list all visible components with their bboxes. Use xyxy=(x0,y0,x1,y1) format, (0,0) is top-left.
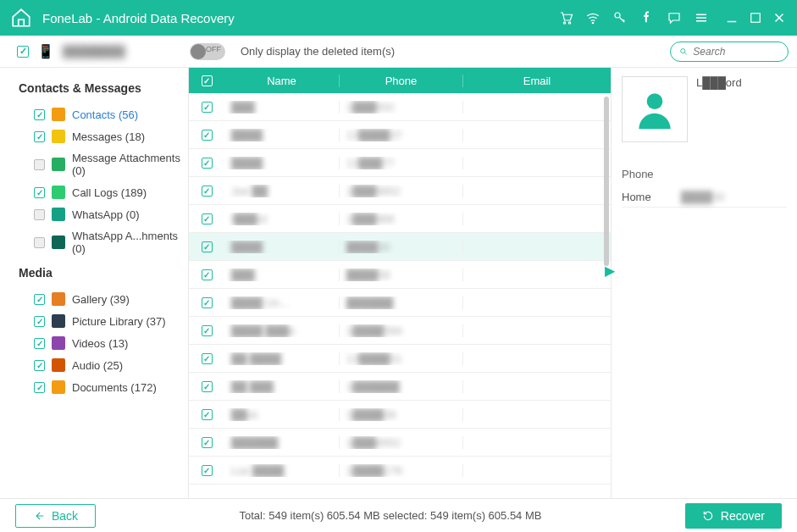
sidebar-item-checkbox[interactable] xyxy=(34,382,45,393)
scrollbar[interactable] xyxy=(604,97,609,266)
cell-name: ████ ███e xyxy=(224,324,340,337)
table-row[interactable]: Joe ██1███9652 xyxy=(189,177,611,205)
table-row[interactable]: ██ ████13████51 xyxy=(189,345,611,373)
footer: Back Total: 549 item(s) 605.54 MB select… xyxy=(0,498,797,532)
row-checkbox[interactable] xyxy=(202,381,213,392)
table-row[interactable]: ██ ███1██████ xyxy=(189,373,611,401)
phone-value: ████30 xyxy=(681,191,724,203)
table-row[interactable]: ████ Un...██████ xyxy=(189,289,611,317)
category-icon xyxy=(52,314,65,328)
table-row[interactable]: ████13████37 xyxy=(189,121,611,149)
row-checkbox[interactable] xyxy=(202,353,213,364)
contacts-table: Name Phone Email ███1███932████13████37█… xyxy=(189,68,611,498)
sidebar-item[interactable]: Picture Library (37) xyxy=(19,310,183,332)
toggle-state: OFF xyxy=(206,45,221,53)
sidebar-item[interactable]: Contacts (56) xyxy=(19,103,183,125)
row-checkbox[interactable] xyxy=(202,213,213,224)
cell-phone: 1████38 xyxy=(340,408,463,421)
sidebar-item[interactable]: Gallery (39) xyxy=(19,288,183,310)
cell-name: ███ xyxy=(224,101,340,114)
search-icon xyxy=(679,47,688,57)
table-row[interactable]: l███rd1███868 xyxy=(189,205,611,233)
detail-phone-row: Home████30 xyxy=(622,187,787,208)
sidebar-item[interactable]: Audio (25) xyxy=(19,354,183,376)
minimize-icon[interactable] xyxy=(724,10,739,25)
chat-icon[interactable] xyxy=(667,10,682,25)
row-checkbox[interactable] xyxy=(202,269,213,280)
table-row[interactable]: ████████30 xyxy=(189,233,611,261)
table-row[interactable]: Luo ████1████178 xyxy=(189,457,611,485)
facebook-icon[interactable] xyxy=(639,10,655,25)
avatar xyxy=(622,76,688,142)
toggle-label: Only display the deleted item(s) xyxy=(241,45,661,58)
cell-name: ██ ███ xyxy=(224,380,340,393)
recover-label: Recover xyxy=(721,509,765,523)
row-checkbox[interactable] xyxy=(202,241,213,252)
expand-handle[interactable]: ▶ xyxy=(605,263,615,279)
sidebar-item-checkbox[interactable] xyxy=(34,294,45,305)
row-checkbox[interactable] xyxy=(202,465,213,476)
row-checkbox[interactable] xyxy=(202,130,213,141)
cell-phone: ████59 xyxy=(340,269,463,281)
wifi-icon[interactable] xyxy=(585,10,601,25)
sidebar-item[interactable]: Videos (13) xyxy=(19,332,183,354)
row-checkbox[interactable] xyxy=(202,409,213,420)
table-row[interactable]: ████13███77 xyxy=(189,149,611,177)
sidebar-item-checkbox[interactable] xyxy=(34,159,45,170)
svg-point-5 xyxy=(681,48,685,53)
sidebar-item[interactable]: WhatsApp A...hments (0) xyxy=(19,225,183,259)
sidebar-item[interactable]: Messages (18) xyxy=(19,125,183,147)
category-icon xyxy=(52,158,65,171)
sidebar-item-label: Videos (13) xyxy=(72,337,128,350)
search-input[interactable] xyxy=(693,46,779,58)
row-checkbox[interactable] xyxy=(202,102,213,113)
cell-phone: 1███932 xyxy=(340,101,463,114)
sidebar-item-checkbox[interactable] xyxy=(34,237,45,248)
sidebar-item-checkbox[interactable] xyxy=(34,338,45,349)
key-icon[interactable] xyxy=(612,10,628,25)
sidebar-item[interactable]: Documents (172) xyxy=(19,376,183,398)
header-phone[interactable]: Phone xyxy=(340,75,463,87)
cell-name: ████ xyxy=(224,157,340,169)
cart-icon[interactable] xyxy=(558,10,573,25)
row-checkbox[interactable] xyxy=(202,158,213,169)
sidebar-item-checkbox[interactable] xyxy=(34,187,45,198)
deleted-only-toggle[interactable]: OFF xyxy=(190,43,225,60)
table-row[interactable]: ███████59 xyxy=(189,261,611,289)
row-checkbox[interactable] xyxy=(202,186,213,197)
maximize-icon[interactable] xyxy=(748,10,763,25)
phone-label: Home xyxy=(622,191,681,203)
table-row[interactable]: ███1███932 xyxy=(189,93,611,121)
recover-button[interactable]: Recover xyxy=(685,503,782,529)
row-checkbox[interactable] xyxy=(202,325,213,336)
sidebar-item[interactable]: Message Attachments (0) xyxy=(19,147,183,181)
sidebar-item[interactable]: Call Logs (189) xyxy=(19,181,183,203)
category-icon xyxy=(52,292,65,306)
sidebar-item-checkbox[interactable] xyxy=(34,360,45,371)
table-row[interactable]: ████ ███e1████594 xyxy=(189,317,611,345)
row-checkbox[interactable] xyxy=(202,437,213,448)
sidebar-item-checkbox[interactable] xyxy=(34,131,45,142)
select-all-checkbox[interactable] xyxy=(202,75,213,86)
toolbar: 📱 ████████ OFF Only display the deleted … xyxy=(0,36,797,68)
table-body: ███1███932████13████37████13███77Joe ██1… xyxy=(189,93,611,498)
close-icon[interactable] xyxy=(772,10,787,25)
sidebar-item-checkbox[interactable] xyxy=(34,316,45,327)
device-checkbox[interactable] xyxy=(17,46,29,58)
back-button[interactable]: Back xyxy=(15,504,96,528)
row-checkbox[interactable] xyxy=(202,297,213,308)
search-box[interactable] xyxy=(670,42,789,62)
sidebar: Contacts & MessagesContacts (56)Messages… xyxy=(0,68,188,498)
category-icon xyxy=(52,336,65,350)
cell-name: ███ xyxy=(224,269,340,281)
table-row[interactable]: ██ck1████38 xyxy=(189,401,611,429)
header-email[interactable]: Email xyxy=(463,75,611,87)
sidebar-item-checkbox[interactable] xyxy=(34,109,45,120)
sidebar-item[interactable]: WhatsApp (0) xyxy=(19,203,183,225)
menu-icon[interactable] xyxy=(694,10,709,25)
table-row[interactable]: ██████1███4552 xyxy=(189,429,611,457)
home-icon[interactable] xyxy=(10,7,32,29)
sidebar-item-checkbox[interactable] xyxy=(34,209,45,220)
header-name[interactable]: Name xyxy=(224,75,340,87)
cell-phone: ██████ xyxy=(340,296,463,309)
